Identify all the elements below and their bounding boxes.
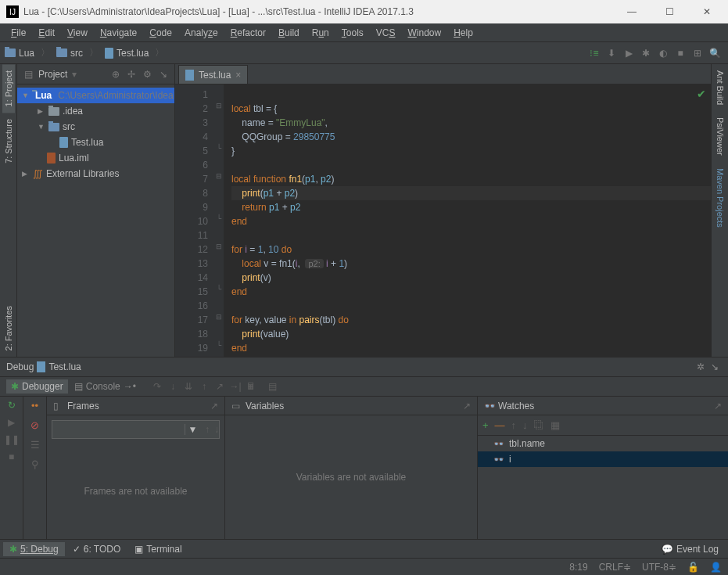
search-icon[interactable]: 🔍 bbox=[706, 45, 723, 62]
chevron-down-icon[interactable]: ▾ bbox=[72, 69, 77, 80]
layout-icon[interactable]: ▤ bbox=[266, 379, 280, 394]
tree-idea[interactable]: ▶ .idea bbox=[17, 103, 174, 119]
code-lines[interactable]: local tbl = { name = "EmmyLua", QQGroup … bbox=[224, 84, 711, 357]
move-down-icon[interactable]: ↓ bbox=[522, 419, 528, 431]
expand-icon[interactable]: ▼ bbox=[22, 92, 29, 99]
pin-icon[interactable]: ↗ bbox=[714, 401, 722, 411]
tool-ant-tab[interactable]: Ant Build bbox=[714, 64, 726, 111]
run-to-cursor-icon[interactable]: →| bbox=[228, 379, 242, 394]
structure-icon[interactable]: ⊞ bbox=[689, 45, 706, 62]
breadcrumb-folder[interactable]: src bbox=[70, 48, 83, 59]
tool-psi-tab[interactable]: PsiViewer bbox=[714, 111, 726, 162]
gear-icon[interactable]: ✲ bbox=[694, 361, 708, 372]
next-frame-icon[interactable]: ↓ bbox=[214, 424, 219, 435]
expand-icon[interactable]: ▼ bbox=[38, 123, 45, 131]
cursor-position[interactable]: 8:19 bbox=[569, 562, 587, 573]
evaluate-icon[interactable]: 🖩 bbox=[244, 379, 258, 394]
step-into-icon[interactable]: ↓ bbox=[166, 379, 180, 394]
tool-structure-tab[interactable]: 7: Structure bbox=[2, 113, 15, 170]
step-out-icon[interactable]: ↑ bbox=[197, 379, 211, 394]
run-icon[interactable]: ▶ bbox=[620, 45, 637, 62]
mute-breakpoints-icon[interactable]: ⊘ bbox=[30, 419, 39, 431]
file-encoding[interactable]: UTF-8≑ bbox=[642, 562, 676, 573]
project-tree[interactable]: ▼ Lua C:\Users\Administrator\IdeaProject… bbox=[17, 84, 174, 185]
pin-icon[interactable]: ↗ bbox=[463, 401, 471, 411]
menu-tools[interactable]: Tools bbox=[335, 27, 370, 38]
add-watch-icon[interactable]: + bbox=[482, 419, 489, 431]
close-button[interactable]: ✕ bbox=[695, 6, 719, 17]
close-tab-icon[interactable]: × bbox=[235, 70, 241, 81]
pause-icon[interactable]: ❚❚ bbox=[4, 434, 20, 445]
step-over-icon[interactable]: ↷ bbox=[150, 379, 164, 394]
tree-src[interactable]: ▼ src bbox=[17, 119, 174, 135]
tool-maven-tab[interactable]: Maven Projects bbox=[714, 162, 726, 234]
view-breakpoints-icon[interactable]: •• bbox=[31, 400, 38, 411]
stop-icon[interactable]: ■ bbox=[9, 451, 14, 462]
debug-icon[interactable]: ✱ bbox=[637, 45, 654, 62]
editor-tab[interactable]: Test.lua × bbox=[178, 65, 248, 84]
expand-icon[interactable]: ▶ bbox=[22, 170, 30, 178]
gear-icon[interactable]: ⚙ bbox=[141, 69, 154, 80]
readonly-icon[interactable]: 🔓 bbox=[687, 562, 699, 573]
resume-icon[interactable]: ▶ bbox=[8, 417, 15, 428]
breadcrumb-root[interactable]: Lua bbox=[19, 48, 34, 59]
code-area[interactable]: 12345678910111213141516171819 ⊟└⊟└⊟└⊟└ l… bbox=[175, 84, 711, 357]
menu-build[interactable]: Build bbox=[272, 27, 306, 38]
menu-run[interactable]: Run bbox=[306, 27, 335, 38]
debugger-tab[interactable]: ✱Debugger bbox=[6, 379, 68, 394]
hide-icon[interactable]: ↘ bbox=[708, 361, 722, 372]
menu-vcs[interactable]: VCS bbox=[370, 27, 402, 38]
settings-icon[interactable]: ✢ bbox=[125, 69, 138, 80]
menu-refactor[interactable]: Refactor bbox=[224, 27, 272, 38]
watch-item[interactable]: 👓tbl.name bbox=[478, 436, 728, 451]
tree-file[interactable]: Test.lua bbox=[17, 135, 174, 150]
minimize-button[interactable]: — bbox=[620, 6, 644, 17]
coverage-icon[interactable]: ◐ bbox=[654, 45, 672, 62]
pin-icon[interactable]: ⚲ bbox=[31, 458, 39, 470]
bottom-eventlog-tab[interactable]: 💬 Event Log bbox=[655, 542, 725, 556]
stop-icon[interactable]: ■ bbox=[672, 45, 689, 62]
tree-iml[interactable]: Lua.iml bbox=[17, 150, 174, 166]
settings-icon[interactable]: ☰ bbox=[30, 439, 40, 451]
menu-code[interactable]: Code bbox=[143, 27, 178, 38]
menu-window[interactable]: Window bbox=[401, 27, 447, 38]
move-up-icon[interactable]: ↑ bbox=[511, 419, 517, 431]
fold-gutter[interactable]: ⊟└⊟└⊟└⊟└ bbox=[214, 84, 224, 357]
remove-watch-icon[interactable]: — bbox=[495, 419, 505, 431]
watch-item[interactable]: 👓i bbox=[478, 451, 728, 467]
bottom-debug-tab[interactable]: ✱5: Debug bbox=[3, 542, 65, 556]
maximize-button[interactable]: ☐ bbox=[658, 6, 681, 17]
expand-icon[interactable]: ▶ bbox=[38, 107, 45, 115]
bottom-todo-tab[interactable]: ✓ 6: TODO bbox=[66, 542, 127, 556]
line-separator[interactable]: CRLF≑ bbox=[599, 562, 631, 573]
show-watches-icon[interactable]: ▦ bbox=[550, 419, 560, 431]
project-view-icon[interactable]: ▤ bbox=[22, 69, 35, 80]
tree-root[interactable]: ▼ Lua C:\Users\Administrator\IdeaProject… bbox=[17, 88, 174, 103]
menu-edit[interactable]: Edit bbox=[32, 27, 61, 38]
bottom-terminal-tab[interactable]: ▣ Terminal bbox=[128, 542, 188, 556]
pin-icon[interactable]: ↗ bbox=[210, 401, 218, 411]
run-config-icon[interactable]: ⁝≡ bbox=[586, 45, 603, 62]
thread-selector[interactable]: ▼ ↑↓ bbox=[52, 420, 220, 439]
rerun-icon[interactable]: ↻ bbox=[8, 400, 16, 411]
watches-list[interactable]: 👓tbl.name 👓i bbox=[478, 436, 728, 539]
prev-frame-icon[interactable]: ↑ bbox=[205, 424, 210, 435]
tool-favorites-tab[interactable]: 2: Favorites bbox=[2, 300, 15, 357]
force-step-into-icon[interactable]: ⇊ bbox=[181, 379, 195, 394]
tool-project-tab[interactable]: 1: Project bbox=[2, 64, 15, 113]
collapse-icon[interactable]: ⊕ bbox=[109, 69, 122, 80]
console-tab[interactable]: ▤ Console →• bbox=[70, 379, 141, 394]
chevron-down-icon[interactable]: ▼ bbox=[185, 424, 200, 435]
copy-icon[interactable]: ⿻ bbox=[534, 419, 544, 431]
line-gutter[interactable]: 12345678910111213141516171819 bbox=[175, 84, 214, 357]
drop-frame-icon[interactable]: ↗ bbox=[213, 379, 227, 394]
tree-ext-libs[interactable]: ▶ ∭ External Libraries bbox=[17, 166, 174, 181]
build-icon[interactable]: ⬇ bbox=[603, 45, 620, 62]
hide-icon[interactable]: ↘ bbox=[157, 69, 170, 80]
menu-help[interactable]: Help bbox=[447, 27, 479, 38]
menu-analyze[interactable]: Analyze bbox=[178, 27, 224, 38]
menu-file[interactable]: File bbox=[5, 27, 32, 38]
breadcrumb-file[interactable]: Test.lua bbox=[117, 48, 149, 59]
inspection-ok-icon[interactable]: ✔ bbox=[697, 88, 706, 100]
menu-view[interactable]: View bbox=[61, 27, 94, 38]
